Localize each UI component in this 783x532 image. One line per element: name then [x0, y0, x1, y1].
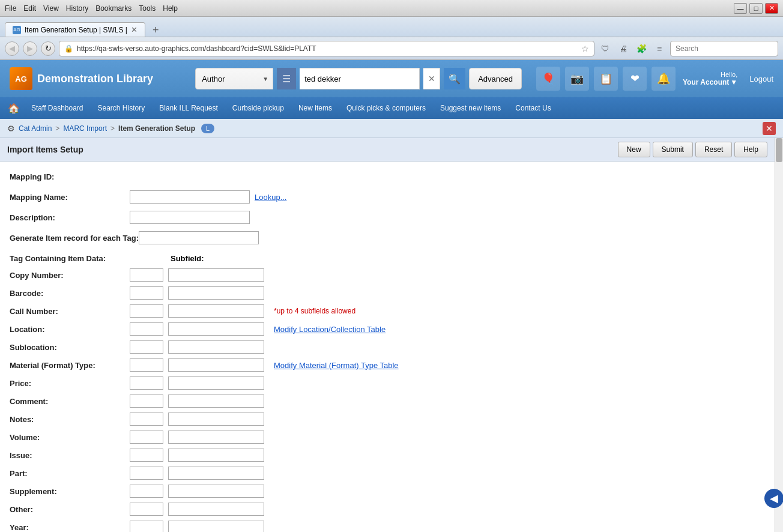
minimize-button[interactable]: — [734, 3, 747, 14]
nav-curbside[interactable]: Curbside pickup [226, 100, 290, 116]
back-button[interactable]: ◀ [5, 41, 19, 56]
issue-subfield-input[interactable] [168, 449, 264, 462]
active-tab[interactable]: AG Item Generation Setup | SWLS | ✕ [5, 22, 145, 37]
comment-subfield-input[interactable] [168, 394, 264, 408]
notification-icon[interactable]: 🔔 [651, 67, 676, 91]
breadcrumb-icon: ⚙ [7, 124, 15, 133]
extension-icon[interactable]: 🧩 [634, 41, 648, 56]
issue-row: Issue: [10, 449, 765, 462]
close-button[interactable]: ✕ [765, 3, 778, 14]
url-bar[interactable]: 🔒 https://qa-swls-verso.auto-graphics.co… [59, 41, 594, 56]
breadcrumb-cat-admin[interactable]: Cat Admin [19, 124, 52, 133]
volume-tag-input[interactable] [130, 431, 163, 444]
menu-view[interactable]: View [43, 4, 59, 13]
browser-menu[interactable]: File Edit View History Bookmarks Tools H… [5, 4, 178, 13]
other-tag-input[interactable] [130, 503, 163, 516]
reset-button[interactable]: Reset [695, 142, 732, 157]
comment-tag-input[interactable] [130, 394, 163, 408]
price-subfield-input[interactable] [168, 376, 264, 390]
part-tag-input[interactable] [130, 467, 163, 480]
help-button[interactable]: Help [734, 142, 767, 157]
part-subfield-input[interactable] [168, 467, 264, 480]
mapping-name-row: Mapping Name: Lookup... [10, 189, 765, 205]
logout-button[interactable]: Logout [749, 74, 773, 83]
year-subfield-input[interactable] [168, 521, 264, 532]
notes-subfield-input[interactable] [168, 413, 264, 426]
call-number-subfield-input[interactable] [168, 304, 264, 318]
location-modify-link[interactable]: Modify Location/Collection Table [274, 325, 385, 334]
balloon-icon[interactable]: 🎈 [536, 67, 560, 91]
copy-number-tag-input[interactable] [130, 268, 163, 282]
barcode-label: Barcode: [10, 289, 130, 298]
nav-search-history[interactable]: Search History [92, 100, 151, 116]
scrollbar-thumb[interactable] [776, 138, 782, 162]
material-type-modify-link[interactable]: Modify Material (Format) Type Table [274, 361, 399, 370]
material-type-subfield-input[interactable] [168, 358, 264, 372]
call-number-tag-input[interactable] [130, 304, 163, 318]
new-tab-button[interactable]: + [148, 24, 164, 37]
form-panel: Import Items Setup New Submit Reset Help… [0, 138, 775, 532]
menu-tools[interactable]: Tools [139, 4, 156, 13]
favorites-icon[interactable]: ❤ [623, 67, 647, 91]
tag-data-label: Tag Containing Item Data: [10, 254, 130, 263]
search-type-dropdown[interactable]: Author Title Subject Keyword [195, 68, 273, 89]
menu-edit[interactable]: Edit [23, 4, 36, 13]
year-tag-input[interactable] [130, 521, 163, 532]
barcode-subfield-input[interactable] [168, 286, 264, 300]
tab-close-button[interactable]: ✕ [131, 25, 138, 34]
back-panel-button[interactable]: ◀ [764, 489, 783, 508]
material-type-tag-input[interactable] [130, 358, 163, 372]
generate-item-input[interactable] [139, 231, 259, 244]
location-subfield-input[interactable] [168, 322, 264, 336]
window-controls[interactable]: — □ ✕ [734, 3, 778, 14]
sublocation-tag-input[interactable] [130, 340, 163, 354]
maximize-button[interactable]: □ [749, 3, 763, 14]
nav-blank-ill[interactable]: Blank ILL Request [153, 100, 224, 116]
supplement-tag-input[interactable] [130, 485, 163, 498]
advanced-search-button[interactable]: Advanced [469, 68, 522, 89]
list-icon[interactable]: 📋 [594, 67, 618, 91]
menu-bookmarks[interactable]: Bookmarks [95, 4, 132, 13]
camera-icon[interactable]: 📷 [565, 67, 589, 91]
mapping-name-input[interactable] [130, 190, 250, 204]
refresh-button[interactable]: ↻ [41, 41, 55, 56]
scrollbar[interactable]: ◀ [775, 138, 783, 532]
breadcrumb-close-button[interactable]: ✕ [763, 122, 776, 135]
copy-number-subfield-input[interactable] [168, 268, 264, 282]
bookmark-icon[interactable]: ☆ [581, 44, 589, 53]
notes-tag-input[interactable] [130, 413, 163, 426]
menu-icon[interactable]: ≡ [652, 41, 667, 56]
barcode-tag-input[interactable] [130, 286, 163, 300]
issue-tag-input[interactable] [130, 449, 163, 462]
description-input[interactable] [130, 211, 250, 224]
shield-icon[interactable]: 🛡 [598, 41, 612, 56]
nav-contact[interactable]: Contact Us [509, 100, 557, 116]
home-nav-button[interactable]: 🏠 [5, 100, 23, 116]
location-row: Location: Modify Location/Collection Tab… [10, 322, 765, 336]
lookup-link[interactable]: Lookup... [255, 193, 287, 202]
new-button[interactable]: New [618, 142, 650, 157]
generate-item-label: Generate Item record for each Tag: [10, 234, 139, 243]
menu-file[interactable]: File [5, 4, 16, 13]
browser-search-input[interactable] [670, 41, 778, 56]
supplement-subfield-input[interactable] [168, 485, 264, 498]
submit-button[interactable]: Submit [653, 142, 693, 157]
search-input[interactable] [300, 68, 420, 89]
account-menu[interactable]: Hello, Your Account ▼ [683, 71, 737, 86]
menu-help[interactable]: Help [163, 4, 178, 13]
breadcrumb-marc-import[interactable]: MARC Import [63, 124, 107, 133]
volume-subfield-input[interactable] [168, 431, 264, 444]
nav-suggest[interactable]: Suggest new items [434, 100, 507, 116]
search-clear-button[interactable]: ✕ [423, 68, 440, 89]
print-icon[interactable]: 🖨 [616, 41, 630, 56]
search-go-button[interactable]: 🔍 [444, 68, 465, 89]
sublocation-subfield-input[interactable] [168, 340, 264, 354]
other-subfield-input[interactable] [168, 503, 264, 516]
nav-quick-picks[interactable]: Quick picks & computers [340, 100, 432, 116]
nav-staff-dashboard[interactable]: Staff Dashboard [25, 100, 89, 116]
menu-history[interactable]: History [66, 4, 88, 13]
price-tag-input[interactable] [130, 376, 163, 390]
nav-new-items[interactable]: New items [292, 100, 338, 116]
forward-button[interactable]: ▶ [23, 41, 37, 56]
location-tag-input[interactable] [130, 322, 163, 336]
